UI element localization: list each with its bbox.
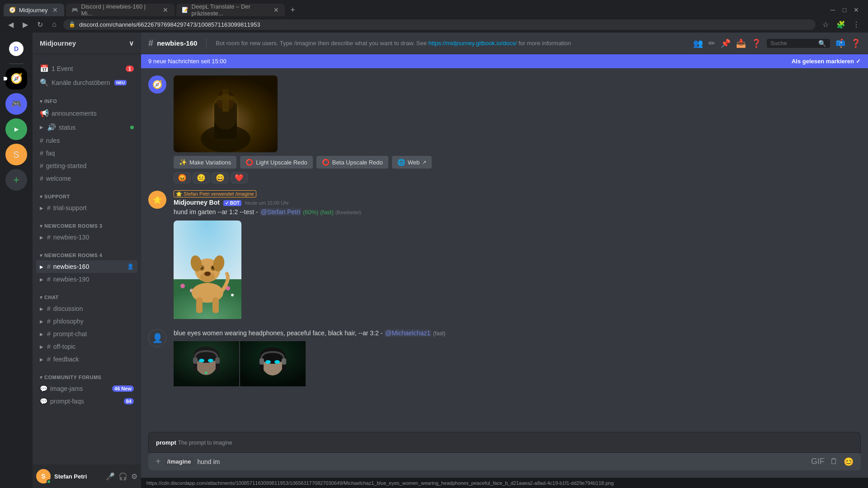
channel-desc-link[interactable]: https://midjourney.gitbook.io/docs/ [429,40,519,47]
tab-close-deepl[interactable]: ✕ [273,6,279,14]
sidebar-trial-support-label: trial-support [53,204,87,211]
sidebar-item-newbies-190[interactable]: ▶ # newbies-190 [36,273,137,286]
make-variations-label: Make Variations [189,159,231,166]
speaker-icon: 🔊 [47,123,56,131]
minimize-button[interactable]: ─ [828,5,837,14]
light-upscale-redo-button[interactable]: ⭕ Light Upscale Redo [240,156,312,169]
sidebar-philosophy-label: philosophy [53,318,84,325]
message-content-women: blue eyes women wearing headphones, peac… [174,329,861,387]
reaction-angry[interactable]: 😡 [174,172,191,183]
pin-icon[interactable]: 📌 [721,38,731,48]
sidebar-item-status[interactable]: ▶ 🔊 status [36,120,137,134]
sidebar-item-image-jams[interactable]: 💬 image-jams 46 New [36,382,137,395]
sidebar-item-prompt-chat[interactable]: ▶ # prompt-chat [36,328,137,340]
forward-button[interactable]: ▶ [20,20,31,29]
url-bar[interactable]: 🔒 discord.com/channels/66226797698429747… [63,19,816,30]
tab-close-midjourney[interactable]: ✕ [52,6,59,14]
sidebar-item-trial-support[interactable]: ▶ # trial-support [36,202,137,214]
tab-close-discord[interactable]: ✕ [162,6,169,14]
extensions-icon[interactable]: 🧩 [835,18,847,31]
monk-image-container [174,75,278,152]
hash-icon-ts: # [47,204,51,211]
server-icon-3[interactable]: ▶ [5,118,27,140]
chat-section-label[interactable]: ▾ CHAT [36,295,137,300]
autocomplete-item-prompt[interactable]: prompt The prompt to imagine [152,436,857,449]
sidebar-item-faq[interactable]: # faq [36,147,137,160]
members-icon[interactable]: 👥 [693,38,703,48]
light-upscale-icon: ⭕ [245,159,253,166]
gif-icon[interactable]: GIF [811,457,825,466]
sidebar-item-newbies-130[interactable]: ▶ # newbies-130 [36,231,137,244]
maximize-button[interactable]: □ [840,5,849,14]
reaction-happy[interactable]: 😄 [212,172,229,183]
message-input[interactable] [197,458,807,465]
sidebar-item-announcements[interactable]: 📢 announcements [36,106,137,120]
menu-icon[interactable]: ⋮ [850,18,863,31]
bot-avatar-icon: 🧭 [152,80,162,89]
settings-icon[interactable]: ⚙ [131,472,137,481]
close-button[interactable]: ✕ [852,5,861,14]
search-box[interactable]: 🔍 [767,39,830,48]
sticker-icon[interactable]: 🗒 [830,457,838,466]
hash-icon-disc: # [47,305,51,312]
reaction-neutral[interactable]: 😐 [193,172,210,183]
inbox-2-icon[interactable]: 📫 [835,38,845,48]
mark-read-button[interactable]: Als gelesen markieren ✓ [792,58,861,65]
women-msg-avatar: 👤 [148,329,166,347]
sidebar-item-newbies-160[interactable]: ▶ # newbies-160 👤 [36,260,137,273]
user-in-channel-icon: 👤 [127,263,134,270]
browser-tab-midjourney[interactable]: 🧭 Midjourney ✕ [4,4,64,16]
beta-upscale-redo-button[interactable]: ⭕ Beta Upscale Redo [316,156,388,169]
reaction-love[interactable]: ❤️ [231,172,248,183]
newcomer-4-label[interactable]: ▾ NEWCOMER ROOMS 4 [36,253,137,258]
emoji-icon[interactable]: 😊 [844,457,854,467]
search-input[interactable] [770,40,816,47]
messages-area[interactable]: 🧭 [141,68,868,432]
sidebar-item-feedback[interactable]: ▶ # feedback [36,353,137,366]
new-tab-button[interactable]: + [287,4,299,16]
username: Stefan Petri [54,473,87,480]
sidebar-item-off-topic[interactable]: ▶ # off-topic [36,340,137,353]
help-2-icon[interactable]: ❓ [851,38,861,48]
sidebar-item-welcome[interactable]: # welcome [36,172,137,185]
home-button[interactable]: ⌂ [49,20,60,28]
support-section-label[interactable]: ▾ SUPPORT [36,194,137,200]
sidebar-item-events[interactable]: 📅 1 Event 1 [36,61,137,75]
browser-tab-deepl[interactable]: 📝 DeepL Translate – Der präziseste... ✕ [176,4,285,16]
server-header[interactable]: Midjourney ∨ [33,33,141,54]
reload-button[interactable]: ↻ [34,20,45,29]
server-icon-2[interactable]: 🎮 [5,93,27,115]
make-variations-button[interactable]: ✨ Make Variations [174,156,236,169]
deafen-icon[interactable]: 🎧 [118,472,127,481]
add-server-button[interactable]: + [5,169,27,191]
women-svg-2 [240,341,306,386]
sidebar-item-prompt-faqs[interactable]: 💬 prompt-faqs 84 [36,395,137,408]
sidebar-item-rules[interactable]: # rules [36,134,137,147]
info-section-label[interactable]: ▾ INFO [36,99,137,104]
web-button[interactable]: 🌐 Web ↗ [392,156,432,169]
browse-channels-label: Kanäle durchstöbern [52,79,110,86]
slash-command-label: /imagine [165,458,194,465]
server-icon-4[interactable]: S [5,144,27,165]
browser-tab-discord[interactable]: 🎮 Discord | #newbies-160 | Mi... ✕ [66,4,175,16]
threads-icon[interactable]: ✏ [708,38,715,48]
home-button[interactable]: D [5,38,27,60]
sidebar-item-browse-channels[interactable]: 🔍 Kanäle durchstöbern NEU [36,75,137,89]
community-forums-label[interactable]: ▾ COMMUNITY FORUMS [36,375,137,380]
newcomer-3-label[interactable]: ▾ NEWCOMER ROOMS 3 [36,223,137,229]
web-icon: 🌐 [397,159,405,166]
bookmark-icon[interactable]: ☆ [819,18,832,31]
sidebar-item-philosophy[interactable]: ▶ # philosophy [36,315,137,328]
help-icon[interactable]: ❓ [751,38,761,48]
dog-image-svg [174,221,241,319]
inbox-icon[interactable]: 📥 [736,38,746,48]
back-button[interactable]: ◀ [5,20,16,29]
add-attachment-icon[interactable]: + [156,456,161,467]
sidebar-image-jams-label: image-jams [50,385,83,392]
midjourney-server-icon[interactable]: 🧭 [5,68,27,89]
sidebar-item-discussion[interactable]: ▶ # discussion [36,302,137,315]
mute-icon[interactable]: 🎤 [106,472,115,481]
dog-prompt-text: hund im garten --ar 1:2 --test [174,208,254,216]
sidebar-item-getting-started[interactable]: # getting-started [36,160,137,172]
women-image-2 [240,341,306,386]
